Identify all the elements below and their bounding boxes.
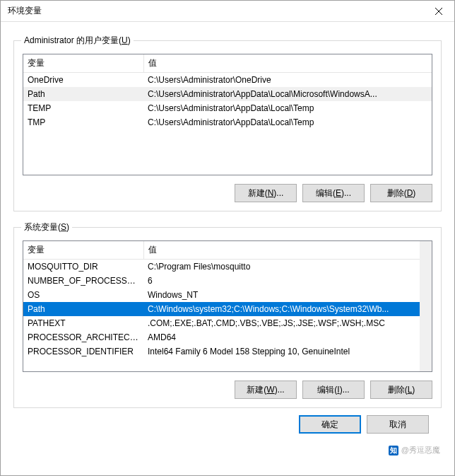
dialog-footer-buttons: 确定 取消 — [13, 408, 442, 434]
table-row[interactable]: OneDriveC:\Users\Administrator\OneDrive — [23, 73, 432, 88]
col-variable[interactable]: 变量 — [23, 241, 143, 260]
col-variable[interactable]: 变量 — [23, 54, 143, 73]
cell-value: 6 — [143, 274, 432, 288]
system-vars-table[interactable]: 变量 值 MOSQUITTO_DIRC:\Program Files\mosqu… — [23, 241, 432, 359]
cell-variable: Path — [23, 302, 143, 316]
cell-value: C:\Program Files\mosquitto — [143, 260, 432, 274]
watermark-text: @秀逗恶魔 — [401, 445, 440, 455]
cell-variable: OS — [23, 288, 143, 302]
table-row[interactable]: OSWindows_NT — [23, 288, 432, 302]
dialog-title: 环境变量 — [8, 5, 42, 17]
system-vars-table-container: 变量 值 MOSQUITTO_DIRC:\Program Files\mosqu… — [23, 240, 432, 372]
user-vars-table[interactable]: 变量 值 OneDriveC:\Users\Administrator\OneD… — [23, 54, 432, 129]
table-row[interactable]: PROCESSOR_IDENTIFIERIntel64 Family 6 Mod… — [23, 344, 432, 359]
cell-value: Windows_NT — [143, 288, 432, 302]
user-vars-buttons: 新建(N)... 编辑(E)... 删除(D) — [23, 184, 432, 202]
cell-value: Intel64 Family 6 Model 158 Stepping 10, … — [143, 344, 432, 359]
cell-value: AMD64 — [143, 330, 432, 344]
watermark: 知 @秀逗恶魔 — [389, 445, 440, 455]
table-header-row: 变量 值 — [23, 54, 432, 73]
system-vars-buttons: 新建(W)... 编辑(I)... 删除(L) — [23, 381, 432, 399]
cell-value: C:\Users\Administrator\AppData\Local\Mic… — [143, 87, 432, 101]
table-row[interactable]: PathC:\Windows\system32;C:\Windows;C:\Wi… — [23, 302, 432, 316]
close-icon — [435, 8, 442, 15]
cell-value: C:\Users\Administrator\AppData\Local\Tem… — [143, 101, 432, 115]
cell-variable: MOSQUITTO_DIR — [23, 260, 143, 274]
system-vars-group: 系统变量(S) 变量 值 MOSQUITTO_DIRC:\Program Fil… — [13, 227, 442, 408]
cell-value: C:\Windows\system32;C:\Windows;C:\Window… — [143, 302, 432, 316]
cell-variable: OneDrive — [23, 73, 143, 88]
cell-variable: TEMP — [23, 101, 143, 115]
cell-variable: PATHEXT — [23, 316, 143, 330]
user-new-button[interactable]: 新建(N)... — [235, 184, 297, 202]
system-delete-button[interactable]: 删除(L) — [370, 381, 432, 399]
cell-variable: PROCESSOR_ARCHITECT... — [23, 330, 143, 344]
table-header-row: 变量 值 — [23, 241, 432, 260]
cell-value: C:\Users\Administrator\AppData\Local\Tem… — [143, 115, 432, 129]
close-button[interactable] — [422, 1, 454, 22]
cell-value: C:\Users\Administrator\OneDrive — [143, 73, 432, 88]
user-vars-table-container: 变量 值 OneDriveC:\Users\Administrator\OneD… — [23, 54, 432, 175]
scrollbar[interactable] — [420, 241, 432, 371]
system-edit-button[interactable]: 编辑(I)... — [302, 381, 365, 399]
cancel-button[interactable]: 取消 — [367, 415, 429, 434]
zhihu-icon: 知 — [389, 446, 398, 455]
table-row[interactable]: MOSQUITTO_DIRC:\Program Files\mosquitto — [23, 260, 432, 274]
cell-variable: Path — [23, 87, 143, 101]
user-vars-label: Administrator 的用户变量(U) — [21, 35, 134, 47]
table-row[interactable]: NUMBER_OF_PROCESSORS6 — [23, 274, 432, 288]
cell-variable: TMP — [23, 115, 143, 129]
table-row[interactable]: TMPC:\Users\Administrator\AppData\Local\… — [23, 115, 432, 129]
dialog-content: Administrator 的用户变量(U) 变量 值 OneDriveC:\U… — [1, 22, 454, 475]
cell-value: .COM;.EXE;.BAT;.CMD;.VBS;.VBE;.JS;.JSE;.… — [143, 316, 432, 330]
table-row[interactable]: PROCESSOR_ARCHITECT...AMD64 — [23, 330, 432, 344]
titlebar: 环境变量 — [1, 1, 454, 22]
col-value[interactable]: 值 — [143, 241, 432, 260]
table-row[interactable]: PathC:\Users\Administrator\AppData\Local… — [23, 87, 432, 101]
table-row[interactable]: PATHEXT.COM;.EXE;.BAT;.CMD;.VBS;.VBE;.JS… — [23, 316, 432, 330]
user-edit-button[interactable]: 编辑(E)... — [302, 184, 365, 202]
col-value[interactable]: 值 — [143, 54, 432, 73]
ok-button[interactable]: 确定 — [299, 415, 361, 434]
system-new-button[interactable]: 新建(W)... — [235, 381, 297, 399]
user-vars-group: Administrator 的用户变量(U) 变量 值 OneDriveC:\U… — [13, 40, 442, 211]
cell-variable: NUMBER_OF_PROCESSORS — [23, 274, 143, 288]
table-row[interactable]: TEMPC:\Users\Administrator\AppData\Local… — [23, 101, 432, 115]
system-vars-label: 系统变量(S) — [21, 221, 72, 233]
user-delete-button[interactable]: 删除(D) — [370, 184, 432, 202]
cell-variable: PROCESSOR_IDENTIFIER — [23, 344, 143, 359]
env-vars-dialog: 环境变量 Administrator 的用户变量(U) 变量 值 — [0, 0, 455, 476]
